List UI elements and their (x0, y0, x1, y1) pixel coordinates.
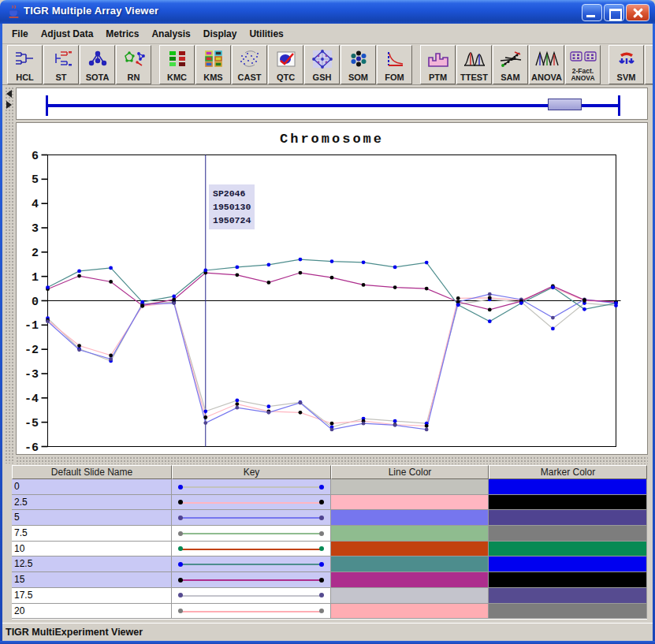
som-button[interactable]: SOM (341, 45, 376, 84)
series-marker-15[interactable] (362, 283, 366, 287)
series-marker-12-5[interactable] (551, 285, 555, 289)
column-header-default-slide-name[interactable]: Default Slide Name (12, 465, 172, 479)
table-row-slide-15[interactable]: 15 (12, 572, 647, 588)
qtc-button[interactable]: QTC (268, 45, 303, 84)
minimize-button[interactable] (582, 4, 602, 21)
2-fact-anova-button[interactable]: 2-Fact.ANOVA (565, 45, 601, 84)
maximize-button[interactable] (604, 4, 624, 21)
series-marker-0[interactable] (393, 419, 397, 423)
series-marker-12-5[interactable] (425, 261, 429, 265)
menu-analysis[interactable]: Analysis (145, 26, 196, 42)
marker-color-cell[interactable] (489, 479, 647, 495)
marker-color-cell[interactable] (489, 557, 647, 572)
series-marker-5[interactable] (235, 406, 239, 410)
collapse-left-icon[interactable] (6, 90, 12, 98)
series-marker-0[interactable] (203, 409, 207, 413)
sota-button[interactable]: SOTA (80, 45, 115, 84)
column-header-line-color[interactable]: Line Color (331, 465, 489, 479)
knn-button[interactable]: KNN (645, 45, 653, 84)
series-marker-0[interactable] (266, 404, 270, 408)
series-marker-12-5[interactable] (77, 269, 81, 273)
series-marker-2-5[interactable] (456, 296, 460, 300)
series-marker-2-5[interactable] (425, 424, 429, 428)
table-row-slide-7-5[interactable]: 7.5 (12, 526, 647, 542)
series-marker-12-5[interactable] (299, 258, 303, 262)
series-marker-2-5[interactable] (330, 422, 334, 426)
marker-color-cell[interactable] (489, 588, 647, 604)
marker-color-cell[interactable] (489, 526, 647, 542)
series-marker-15[interactable] (425, 287, 429, 291)
series-marker-5[interactable] (488, 292, 492, 296)
series-marker-5[interactable] (393, 423, 397, 427)
expand-right-icon[interactable] (6, 101, 12, 109)
table-row-slide-17-5[interactable]: 17.5 (12, 588, 647, 604)
table-row-slide-20[interactable]: 20 (12, 604, 647, 620)
horizontal-splitter[interactable] (16, 456, 648, 464)
series-marker-5[interactable] (77, 348, 81, 352)
series-marker-5[interactable] (266, 411, 270, 415)
series-marker-15[interactable] (299, 271, 303, 275)
line-color-cell[interactable] (331, 510, 489, 526)
line-color-cell[interactable] (331, 495, 489, 511)
slider-track[interactable] (47, 104, 620, 107)
ptm-button[interactable]: PTM (420, 45, 456, 84)
marker-color-cell[interactable] (489, 510, 647, 526)
hcl-button[interactable]: HCL (7, 45, 43, 84)
menu-adjust-data[interactable]: Adjust Data (35, 26, 100, 42)
series-marker-5[interactable] (330, 428, 334, 432)
kms-button[interactable]: KMS (195, 45, 231, 84)
series-marker-12-5[interactable] (203, 269, 207, 273)
series-marker-12-5[interactable] (362, 260, 366, 264)
series-marker-12-5[interactable] (488, 319, 492, 323)
vertical-splitter[interactable] (5, 87, 15, 463)
series-marker-5[interactable] (172, 301, 176, 305)
table-row-slide-5[interactable]: 5 (12, 510, 647, 526)
series-marker-2-5[interactable] (77, 344, 81, 348)
column-header-marker-color[interactable]: Marker Color (489, 465, 647, 479)
chromosome-line-chart[interactable]: Chromosome6543210-1-2-3-4-5-6 (17, 123, 647, 454)
series-marker-12-5[interactable] (519, 301, 523, 305)
series-marker-5[interactable] (46, 319, 50, 323)
series-marker-2-5[interactable] (109, 353, 113, 357)
series-marker-12-5[interactable] (235, 266, 239, 270)
series-marker-12-5[interactable] (393, 266, 397, 270)
series-marker-0[interactable] (551, 327, 555, 331)
series-marker-12-5[interactable] (46, 285, 50, 289)
series-marker-15[interactable] (77, 274, 81, 278)
series-marker-2-5[interactable] (235, 402, 239, 406)
series-marker-15[interactable] (266, 281, 270, 285)
series-marker-2-5[interactable] (203, 415, 207, 419)
series-marker-0[interactable] (235, 399, 239, 403)
ttest-button[interactable]: TTEST (456, 45, 492, 84)
series-marker-15[interactable] (330, 276, 334, 280)
menu-metrics[interactable]: Metrics (99, 26, 145, 42)
table-row-slide-12-5[interactable]: 12.5 (12, 557, 647, 572)
series-marker-15[interactable] (582, 298, 586, 302)
menu-utilities[interactable]: Utilities (243, 26, 289, 42)
line-color-cell[interactable] (331, 604, 489, 620)
close-button[interactable] (626, 4, 649, 21)
table-row-slide-0[interactable]: 0 (12, 479, 647, 495)
menu-display[interactable]: Display (197, 26, 244, 42)
series-marker-12-5[interactable] (172, 295, 176, 299)
line-color-cell[interactable] (331, 479, 489, 495)
series-marker-12-5[interactable] (614, 301, 618, 305)
line-color-cell[interactable] (331, 557, 489, 572)
table-row-slide-2-5[interactable]: 2.5 (12, 495, 647, 511)
series-marker-15[interactable] (109, 280, 113, 284)
series-marker-5[interactable] (299, 401, 303, 405)
series-marker-12-5[interactable] (266, 262, 270, 266)
gsh-button[interactable]: GSH (304, 45, 340, 84)
line-color-cell[interactable] (331, 542, 489, 557)
line-color-cell[interactable] (331, 588, 489, 604)
series-marker-12-5[interactable] (582, 307, 586, 311)
sam-button[interactable]: SAM (493, 45, 528, 84)
slider-thumb[interactable] (548, 99, 582, 110)
line-color-cell[interactable] (331, 526, 489, 542)
marker-color-cell[interactable] (489, 495, 647, 511)
anova-button[interactable]: ANOVA (529, 45, 564, 84)
series-marker-12-5[interactable] (456, 303, 460, 307)
marker-color-cell[interactable] (489, 542, 647, 557)
series-marker-2-5[interactable] (488, 296, 492, 300)
series-marker-2-5[interactable] (299, 411, 303, 415)
